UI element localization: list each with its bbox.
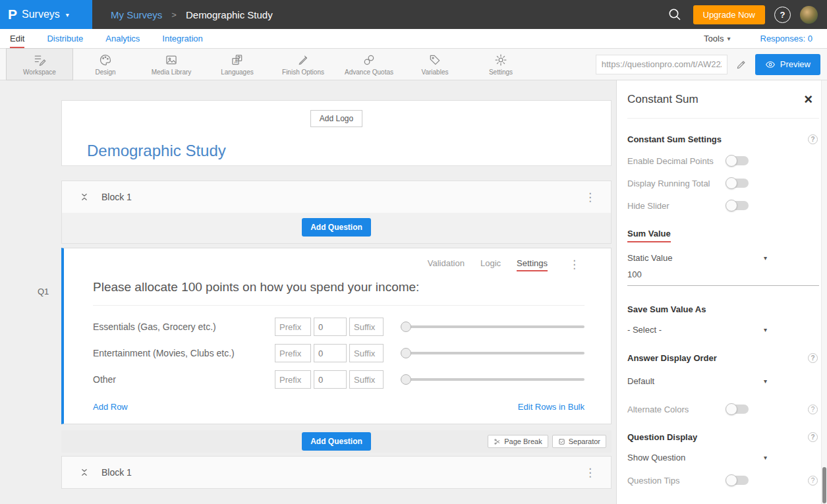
question-footer: Add Row Edit Rows in Bulk — [93, 402, 585, 412]
main-area: Add Logo Demographic Study Block 1 ⋮ Add… — [0, 80, 827, 504]
suffix-input[interactable] — [349, 318, 384, 336]
tab-integration[interactable]: Integration — [162, 29, 202, 48]
question-tips-toggle[interactable] — [726, 476, 749, 485]
slider-thumb[interactable] — [401, 374, 411, 385]
question-menu-icon[interactable]: ⋮ — [565, 258, 585, 271]
question-tab-settings[interactable]: Settings — [517, 258, 548, 271]
question-text[interactable]: Please allocate 100 points on how you sp… — [93, 280, 585, 294]
toolbar-settings[interactable]: Settings — [468, 49, 534, 80]
settings-panel: Constant Sum × Constant Sum Settings ? E… — [616, 80, 827, 504]
toolbar-workspace[interactable]: Workspace — [7, 49, 72, 80]
page-break-button[interactable]: Page Break — [488, 435, 548, 448]
hide-slider-toggle[interactable] — [726, 201, 749, 210]
save-sum-value-select[interactable]: - Select - ▾ — [627, 325, 767, 335]
toolbar-label: Advance Quotas — [345, 69, 393, 76]
slider-track[interactable] — [401, 325, 585, 328]
block-label[interactable]: Block 1 — [101, 467, 132, 478]
help-icon[interactable]: ? — [808, 353, 818, 363]
checkbox-icon — [558, 438, 565, 445]
answer-rows: Essentials (Gas, Grocery etc.) Entertain… — [93, 314, 585, 393]
chevron-down-icon: ▾ — [727, 35, 730, 42]
prefix-input[interactable] — [275, 370, 311, 389]
toolbar-design[interactable]: Design — [72, 49, 138, 80]
row-label[interactable]: Other — [93, 374, 275, 385]
question-display-select[interactable]: Show Question ▾ — [627, 453, 767, 462]
toolbar-label: Media Library — [152, 69, 192, 76]
enable-decimal-points-toggle[interactable] — [726, 156, 749, 165]
edit-url-icon[interactable] — [735, 59, 747, 70]
answer-order-select[interactable]: Default ▾ — [627, 376, 767, 386]
slider-track[interactable] — [401, 352, 585, 354]
scissors-icon — [494, 438, 501, 445]
panel-title: Constant Sum — [627, 93, 699, 106]
add-question-button-bottom[interactable]: Add Question — [302, 432, 371, 451]
nav-tabs: Edit Distribute Analytics Integration — [10, 29, 203, 48]
toolbar-label: Variables — [422, 69, 449, 76]
row-label[interactable]: Entertainment (Movies, Clubs etc.) — [93, 348, 275, 358]
tab-edit[interactable]: Edit — [10, 29, 24, 48]
prefix-input[interactable] — [275, 318, 311, 336]
collapse-block-icon[interactable] — [78, 190, 91, 204]
breadcrumb-my-surveys[interactable]: My Surveys — [111, 9, 162, 20]
setting-row: Display Running Total — [627, 177, 819, 189]
toolbar-languages[interactable]: A Languages — [204, 49, 270, 80]
add-logo-button[interactable]: Add Logo — [310, 110, 362, 127]
alternate-colors-toggle[interactable] — [726, 405, 749, 414]
slider-thumb[interactable] — [401, 348, 411, 358]
product-menu[interactable]: P Surveys ▾ — [0, 0, 92, 29]
question-display-heading: Question Display ? — [627, 432, 819, 442]
slider-track[interactable] — [401, 378, 585, 381]
toggle-knob — [726, 474, 737, 486]
question-tab-validation[interactable]: Validation — [428, 258, 465, 271]
block-label[interactable]: Block 1 — [101, 192, 132, 202]
survey-url-input[interactable] — [596, 55, 727, 74]
display-running-total-toggle[interactable] — [726, 179, 749, 188]
row-label[interactable]: Essentials (Gas, Grocery etc.) — [93, 322, 275, 332]
upgrade-now-button[interactable]: Upgrade Now — [693, 5, 766, 24]
toolbar-advance-quotas[interactable]: Advance Quotas — [336, 49, 402, 80]
nav-right: Tools▾ Responses: 0 — [704, 29, 813, 48]
edit-rows-in-bulk-link[interactable]: Edit Rows in Bulk — [518, 402, 585, 412]
survey-header-card: Add Logo Demographic Study — [61, 100, 612, 166]
toolbar-media-library[interactable]: Media Library — [138, 49, 204, 80]
suffix-input[interactable] — [349, 344, 384, 362]
responses-link[interactable]: Responses: 0 — [760, 34, 813, 43]
separator-button[interactable]: Separator — [552, 435, 606, 448]
points-input[interactable] — [314, 318, 347, 336]
collapse-block-icon[interactable] — [78, 466, 91, 479]
help-icon[interactable]: ? — [774, 7, 791, 23]
toolbar-variables[interactable]: Variables — [402, 49, 468, 80]
avatar[interactable] — [800, 6, 818, 24]
tab-analytics[interactable]: Analytics — [105, 29, 140, 48]
add-row-link[interactable]: Add Row — [93, 402, 128, 412]
block-menu-icon[interactable]: ⋮ — [581, 466, 600, 480]
tools-menu[interactable]: Tools▾ — [704, 34, 730, 43]
survey-title[interactable]: Demographic Study — [87, 142, 611, 160]
help-icon[interactable]: ? — [808, 476, 818, 486]
slider-thumb[interactable] — [401, 322, 411, 332]
add-question-button-top[interactable]: Add Question — [302, 218, 371, 237]
help-icon[interactable]: ? — [808, 134, 818, 144]
scrollbar-thumb[interactable] — [822, 467, 826, 503]
help-icon[interactable]: ? — [808, 405, 818, 414]
suffix-input[interactable] — [349, 370, 384, 389]
points-slider[interactable] — [401, 347, 585, 359]
sum-amount-input[interactable] — [627, 264, 819, 286]
help-icon[interactable]: ? — [808, 432, 818, 442]
points-input[interactable] — [314, 344, 347, 362]
toolbar-finish-options[interactable]: Finish Options — [270, 49, 336, 80]
question-tab-logic[interactable]: Logic — [480, 258, 501, 271]
sum-type-select[interactable]: Static Value ▾ — [627, 253, 767, 263]
prefix-input[interactable] — [275, 344, 311, 362]
close-icon[interactable]: × — [804, 92, 813, 107]
search-icon[interactable] — [666, 5, 684, 24]
points-slider[interactable] — [401, 321, 585, 333]
block-menu-icon[interactable]: ⋮ — [581, 190, 600, 204]
panel-scrollbar[interactable] — [821, 80, 827, 504]
points-slider[interactable] — [401, 374, 585, 385]
preview-button[interactable]: Preview — [755, 54, 820, 75]
block-card-top: Block 1 ⋮ Add Question — [61, 181, 612, 244]
points-input[interactable] — [314, 370, 347, 389]
save-sum-value-heading: Save Sum Value As — [627, 304, 819, 314]
tab-distribute[interactable]: Distribute — [47, 29, 83, 48]
